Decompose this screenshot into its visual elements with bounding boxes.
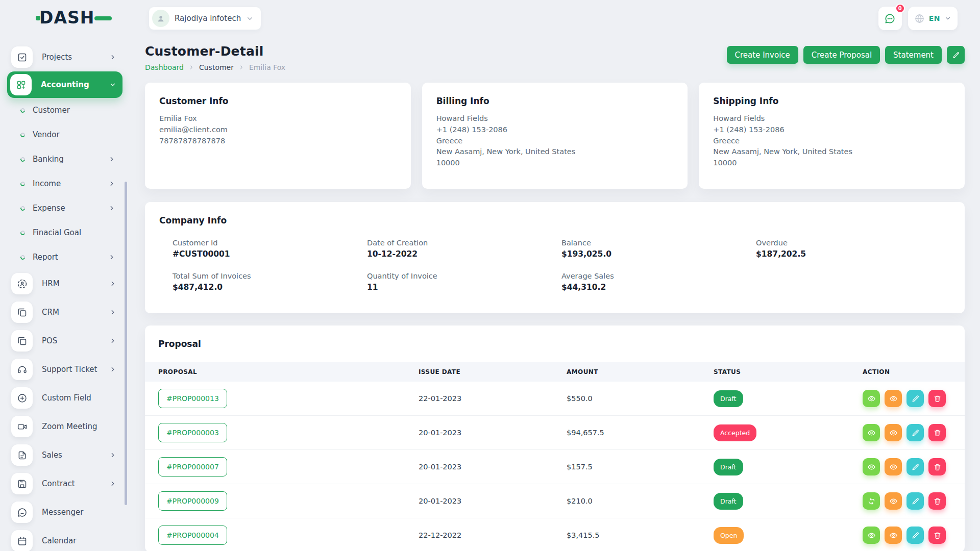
info-line: Howard Fields — [713, 113, 950, 124]
sidebar-item-label: Customer — [33, 106, 70, 115]
sidebar-item-customer[interactable]: Customer — [7, 98, 122, 122]
breadcrumb-dashboard[interactable]: Dashboard — [145, 63, 184, 71]
icon-box — [10, 74, 32, 95]
preview-action-button[interactable] — [885, 527, 902, 544]
ring-icon — [19, 205, 26, 211]
sidebar-scrollbar[interactable] — [125, 182, 127, 505]
sidebar-item-vendor[interactable]: Vendor — [7, 122, 122, 147]
sidebar-item-expense[interactable]: Expense — [7, 196, 122, 220]
topbar-right: 0 EN — [878, 7, 958, 30]
grid-plus-icon — [16, 80, 27, 90]
row-actions — [863, 458, 965, 475]
proposal-id-link[interactable]: #PROP000004 — [158, 525, 227, 545]
stat-value: $187,202.5 — [756, 249, 950, 259]
status-badge: Accepted — [714, 424, 756, 441]
pencil-icon — [911, 394, 920, 403]
status-badge: Draft — [714, 459, 743, 475]
delete-action-button[interactable] — [928, 492, 946, 510]
chevron-right-icon — [109, 337, 116, 344]
sidebar-item-label: Income — [33, 179, 61, 188]
breadcrumb-customer[interactable]: Customer — [199, 63, 234, 71]
ring-icon — [19, 156, 26, 162]
preview-action-button[interactable] — [885, 390, 902, 407]
sidebar-item-calendar[interactable]: Calendar — [7, 527, 122, 551]
sidebar-item-zoom-meeting[interactable]: Zoom Meeting — [7, 412, 122, 441]
edit-action-button[interactable] — [906, 390, 924, 407]
issue-date-cell: 22-12-2022 — [419, 518, 567, 551]
delete-action-button[interactable] — [928, 458, 946, 475]
info-line: Greece — [436, 136, 674, 147]
shipping-info-title: Shipping Info — [713, 96, 950, 106]
delete-action-button[interactable] — [928, 527, 946, 544]
proposal-card: Proposal PROPOSALISSUE DATEAMOUNTSTATUSA… — [145, 325, 965, 551]
edit-action-button[interactable] — [906, 458, 924, 475]
sidebar-item-messenger[interactable]: Messenger — [7, 498, 122, 527]
language-selector[interactable]: EN — [908, 7, 958, 30]
sidebar-item-income[interactable]: Income — [7, 171, 122, 196]
page-title: Customer-Detail — [145, 44, 285, 59]
create-invoice-button[interactable]: Create Invoice — [727, 46, 798, 64]
eye-icon — [867, 429, 876, 437]
sidebar-item-label: Finacial Goal — [33, 228, 81, 237]
sidebar-item-custom-field[interactable]: Custom Field — [7, 384, 122, 412]
sidebar-item-report[interactable]: Report — [7, 245, 122, 269]
main-content: Customer-Detail Dashboard Customer Emili… — [145, 44, 965, 551]
icon-box — [11, 46, 33, 68]
convert-action-button[interactable] — [863, 492, 880, 510]
info-line: 10000 — [713, 158, 950, 169]
view-action-button[interactable] — [863, 390, 880, 407]
sidebar-item-label: Zoom Meeting — [42, 422, 97, 431]
preview-action-button[interactable] — [885, 492, 902, 510]
brand-logo[interactable]: DASH — [36, 9, 112, 26]
proposal-id-link[interactable]: #PROP000003 — [158, 423, 227, 442]
info-line: Howard Fields — [436, 113, 674, 124]
sidebar-item-hrm[interactable]: HRM — [7, 269, 122, 298]
info-line: emilia@client.com — [159, 124, 397, 136]
proposal-id-link[interactable]: #PROP000007 — [158, 457, 227, 477]
edit-action-button[interactable] — [906, 424, 924, 441]
stat-customer-id: Customer Id#CUST00001 — [173, 239, 367, 259]
preview-action-button[interactable] — [885, 424, 902, 441]
workspace-switcher[interactable]: Rajodiya infotech — [149, 7, 261, 30]
sidebar-item-projects[interactable]: Projects — [7, 43, 122, 71]
sidebar-item-pos[interactable]: POS — [7, 327, 122, 355]
sidebar-item-banking[interactable]: Banking — [7, 147, 122, 171]
page-header: Customer-Detail Dashboard Customer Emili… — [145, 44, 965, 71]
edit-customer-button[interactable] — [947, 46, 965, 64]
view-action-button[interactable] — [863, 458, 880, 475]
view-action-button[interactable] — [863, 424, 880, 441]
ring-icon — [19, 254, 26, 260]
proposal-id-link[interactable]: #PROP000009 — [158, 491, 227, 511]
edit-action-button[interactable] — [906, 492, 924, 510]
view-action-button[interactable] — [863, 527, 880, 544]
icon-box — [11, 473, 33, 494]
delete-action-button[interactable] — [928, 424, 946, 441]
chevron-right-icon — [109, 280, 116, 287]
chevron-right-icon — [109, 309, 116, 316]
create-proposal-button[interactable]: Create Proposal — [803, 46, 880, 64]
amount-cell: $157.5 — [567, 450, 714, 484]
chevron-right-icon — [108, 205, 115, 212]
file-icon — [17, 450, 28, 461]
statement-button[interactable]: Statement — [885, 46, 942, 64]
stat-average-sales: Average Sales$44,310.2 — [561, 272, 756, 292]
sidebar-item-finacial-goal[interactable]: Finacial Goal — [7, 220, 122, 245]
sidebar-item-support-ticket[interactable]: Support Ticket — [7, 355, 122, 384]
proposal-id-link[interactable]: #PROP000013 — [158, 389, 227, 408]
chevron-right-icon — [108, 156, 115, 163]
delete-action-button[interactable] — [928, 390, 946, 407]
info-line: New Aasamj, New York, United States — [713, 146, 950, 158]
edit-action-button[interactable] — [906, 527, 924, 544]
chevron-right-icon — [109, 452, 116, 459]
sidebar-item-crm[interactable]: CRM — [7, 298, 122, 327]
messages-button[interactable]: 0 — [878, 7, 902, 30]
chevron-right-icon — [109, 366, 116, 373]
eye-icon — [867, 394, 876, 403]
proposal-table-row: #PROP00000920-01-2023$210.0Draft — [145, 484, 965, 518]
sidebar-item-sales[interactable]: Sales — [7, 441, 122, 469]
person-icon — [156, 13, 166, 23]
sidebar-item-accounting[interactable]: Accounting — [7, 71, 122, 98]
proposal-table-row: #PROP00000720-01-2023$157.5Draft — [145, 450, 965, 484]
sidebar-item-contract[interactable]: Contract — [7, 469, 122, 498]
preview-action-button[interactable] — [885, 458, 902, 475]
